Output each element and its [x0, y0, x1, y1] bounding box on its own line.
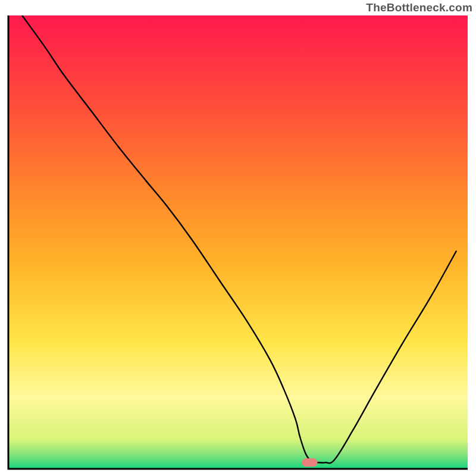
bottleneck-chart: [0, 0, 476, 476]
chart-container: TheBottleneck.com: [0, 0, 476, 476]
plot-background: [8, 15, 468, 469]
optimal-marker: [302, 458, 317, 466]
